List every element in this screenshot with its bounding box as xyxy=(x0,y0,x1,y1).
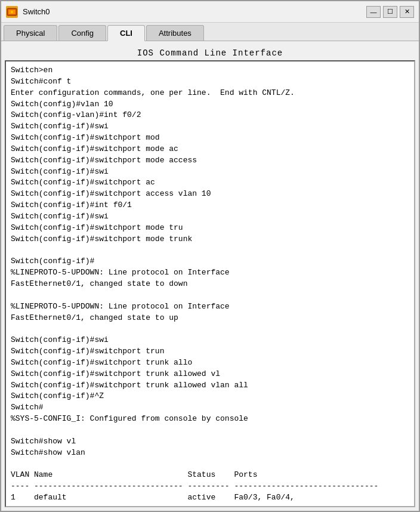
content-area: IOS Command Line Interface Switch>en Swi… xyxy=(1,41,419,511)
terminal-scroll[interactable]: Switch>en Switch#conf t Enter configurat… xyxy=(6,61,414,506)
tab-attributes[interactable]: Attributes xyxy=(146,25,204,41)
window-title: Switch0 xyxy=(23,7,366,16)
terminal[interactable]: Switch>en Switch#conf t Enter configurat… xyxy=(5,60,415,507)
main-window: Switch0 — ☐ ✕ Physical Config CLI Attrib… xyxy=(0,0,420,512)
window-controls: — ☐ ✕ xyxy=(366,6,414,18)
cli-output: Switch>en Switch#conf t Enter configurat… xyxy=(11,65,409,504)
tab-cli[interactable]: CLI xyxy=(107,25,145,41)
tab-physical[interactable]: Physical xyxy=(4,25,57,41)
svg-point-2 xyxy=(11,11,13,13)
app-icon xyxy=(6,6,18,18)
close-button[interactable]: ✕ xyxy=(400,6,414,18)
minimize-button[interactable]: — xyxy=(366,6,381,18)
tab-bar: Physical Config CLI Attributes xyxy=(1,23,419,41)
tab-config[interactable]: Config xyxy=(58,25,106,41)
cli-header: IOS Command Line Interface xyxy=(5,45,415,60)
title-bar: Switch0 — ☐ ✕ xyxy=(1,1,419,23)
maximize-button[interactable]: ☐ xyxy=(383,6,397,18)
